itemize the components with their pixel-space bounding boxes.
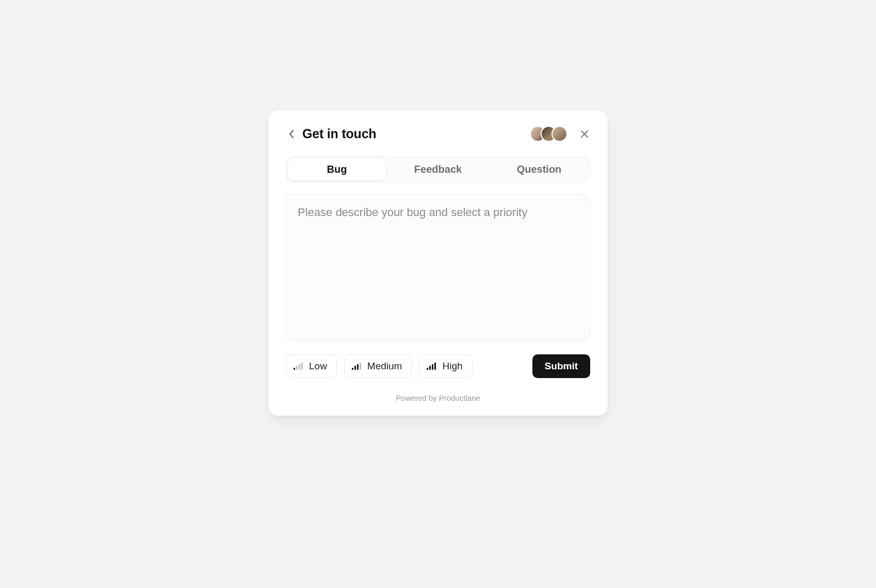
dialog-header: Get in touch [286, 126, 590, 142]
tab-question[interactable]: Question [490, 158, 588, 181]
dialog-footer: Low Medium High [286, 354, 590, 378]
avatar [551, 126, 567, 142]
priority-group: Low Medium High [286, 354, 473, 378]
feedback-dialog: Get in touch Bug Feedback Question [268, 110, 608, 416]
close-icon [580, 129, 589, 139]
back-button[interactable] [286, 128, 297, 140]
priority-low-button[interactable]: Low [286, 354, 337, 378]
header-right [530, 126, 590, 142]
dialog-title: Get in touch [302, 126, 376, 141]
description-textarea[interactable] [286, 194, 590, 341]
priority-medium-button[interactable]: Medium [344, 354, 412, 378]
signal-high-icon [427, 363, 436, 370]
header-left: Get in touch [286, 126, 376, 141]
powered-by-label: Powered by Productlane [286, 394, 590, 402]
priority-label: Medium [367, 361, 402, 372]
signal-low-icon [294, 363, 303, 370]
close-button[interactable] [579, 128, 590, 140]
tab-bug[interactable]: Bug [288, 158, 386, 181]
tab-feedback[interactable]: Feedback [389, 158, 487, 181]
category-tabs: Bug Feedback Question [286, 156, 590, 183]
priority-label: High [442, 361, 462, 372]
submit-button[interactable]: Submit [532, 354, 590, 378]
chevron-left-icon [288, 129, 295, 139]
priority-label: Low [309, 361, 327, 372]
priority-high-button[interactable]: High [419, 354, 472, 378]
signal-medium-icon [352, 363, 361, 370]
team-avatars [530, 126, 567, 142]
